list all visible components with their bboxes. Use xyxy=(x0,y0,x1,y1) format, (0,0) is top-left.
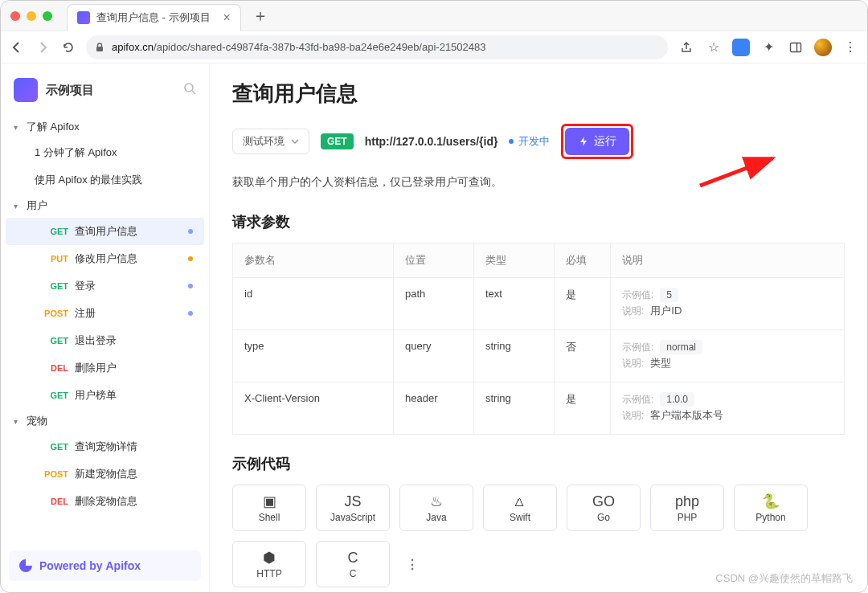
lang-icon: php xyxy=(675,493,699,510)
lang-icon: ♨ xyxy=(430,493,443,510)
api-item[interactable]: DEL删除用户 xyxy=(6,354,204,382)
forward-button[interactable] xyxy=(35,39,51,55)
url-path: /apidoc/shared-c49874fa-387b-43fd-ba98-b… xyxy=(154,41,485,53)
tree-folder[interactable]: ▾用户 xyxy=(1,194,209,218)
method-tag: DEL xyxy=(41,363,68,373)
environment-label: 测试环境 xyxy=(243,134,285,149)
favicon-icon xyxy=(77,11,90,24)
bolt-icon xyxy=(578,136,589,147)
api-title: 查询用户信息 xyxy=(232,80,845,108)
browser-menu-icon[interactable]: ⋮ xyxy=(841,39,859,55)
code-tab-python[interactable]: 🐍Python xyxy=(734,485,808,531)
params-col: 说明 xyxy=(611,243,845,278)
method-tag: POST xyxy=(41,469,68,479)
code-tab-swift[interactable]: 🜂Swift xyxy=(483,485,557,531)
sample-code-heading: 示例代码 xyxy=(232,454,845,473)
api-description: 获取单个用户的个人资料信息，仅已登录用户可查询。 xyxy=(232,175,845,190)
param-row: idpathtext是示例值:5说明:用户ID xyxy=(233,278,845,330)
api-item[interactable]: POST新建宠物信息 xyxy=(6,460,204,488)
url-box[interactable]: apifox.cn/apidoc/shared-c49874fa-387b-43… xyxy=(86,35,668,59)
run-button-highlight: 运行 xyxy=(561,124,633,159)
tab-title: 查询用户信息 - 示例项目 xyxy=(96,10,211,25)
bookmark-icon[interactable]: ☆ xyxy=(705,39,723,55)
api-url: http://127.0.0.1/users/{id} xyxy=(365,135,498,148)
api-item[interactable]: POST注册 xyxy=(6,300,204,327)
params-col: 位置 xyxy=(394,243,474,278)
lang-icon: GO xyxy=(592,493,615,510)
extension-icon[interactable] xyxy=(732,39,750,56)
minimize-window-icon[interactable] xyxy=(27,11,36,21)
main-panel: 查询用户信息 测试环境 GET http://127.0.0.1/users/{… xyxy=(210,63,867,592)
code-tab-go[interactable]: GOGo xyxy=(567,485,641,531)
run-button[interactable]: 运行 xyxy=(565,128,629,155)
more-languages-button[interactable]: ⋮ xyxy=(399,557,425,572)
method-tag: DEL xyxy=(41,497,68,506)
item-status-dot xyxy=(188,229,193,234)
back-button[interactable] xyxy=(9,39,25,55)
lang-icon: 🐍 xyxy=(762,493,780,510)
address-bar: apifox.cn/apidoc/shared-c49874fa-387b-43… xyxy=(1,31,867,63)
caret-down-icon: ▾ xyxy=(14,202,22,211)
lock-icon xyxy=(94,42,105,53)
lang-icon: JS xyxy=(344,493,361,510)
api-item[interactable]: PUT修改用户信息 xyxy=(6,245,204,272)
svg-point-3 xyxy=(185,84,193,92)
param-row: X-Client-Versionheaderstring是示例值:1.0.0说明… xyxy=(233,382,845,435)
reload-button[interactable] xyxy=(60,39,76,55)
api-status: 开发中 xyxy=(509,134,550,149)
code-tab-c[interactable]: CC xyxy=(316,541,390,587)
params-heading: 请求参数 xyxy=(232,212,845,231)
api-item[interactable]: GET登录 xyxy=(6,272,204,300)
code-tab-java[interactable]: ♨Java xyxy=(399,485,473,531)
tree-folder[interactable]: ▾了解 Apifox xyxy=(1,115,209,139)
api-item[interactable]: GET查询宠物详情 xyxy=(6,433,204,460)
close-tab-icon[interactable]: × xyxy=(223,10,231,25)
tree-leaf[interactable]: 1 分钟了解 Apifox xyxy=(1,139,209,166)
lang-icon: ⬢ xyxy=(263,549,276,566)
powered-brand: Apifox xyxy=(105,559,141,572)
code-tab-shell[interactable]: ▣Shell xyxy=(232,485,306,531)
method-tag: GET xyxy=(41,336,68,346)
params-table: 参数名位置类型必填说明 idpathtext是示例值:5说明:用户IDtypeq… xyxy=(232,243,845,435)
api-item[interactable]: GET退出登录 xyxy=(6,327,204,354)
project-logo-icon xyxy=(14,78,38,102)
tree-folder[interactable]: ▾宠物 xyxy=(1,409,209,433)
project-title: 示例项目 xyxy=(46,83,175,98)
caret-down-icon: ▾ xyxy=(14,417,22,426)
params-col: 必填 xyxy=(555,243,611,278)
method-tag: GET xyxy=(41,227,68,236)
close-window-icon[interactable] xyxy=(10,11,20,21)
param-row: typequerystring否示例值:normal说明:类型 xyxy=(233,330,845,382)
api-info-row: 测试环境 GET http://127.0.0.1/users/{id} 开发中… xyxy=(232,124,845,159)
maximize-window-icon[interactable] xyxy=(43,11,52,21)
method-tag: GET xyxy=(41,281,68,291)
environment-select[interactable]: 测试环境 xyxy=(232,129,309,154)
window-titlebar: 查询用户信息 - 示例项目 × ＋ xyxy=(1,1,867,31)
status-dot-icon xyxy=(509,139,514,144)
extensions-puzzle-icon[interactable]: ✦ xyxy=(760,39,777,55)
method-badge: GET xyxy=(321,133,354,149)
side-panel-icon[interactable] xyxy=(787,41,805,54)
share-icon[interactable] xyxy=(678,41,695,54)
item-status-dot xyxy=(188,284,193,288)
run-label: 运行 xyxy=(594,134,616,149)
api-item[interactable]: GET查询用户信息 xyxy=(6,218,204,245)
search-icon[interactable] xyxy=(183,82,196,98)
item-status-dot xyxy=(188,256,193,261)
new-tab-button[interactable]: ＋ xyxy=(252,5,268,27)
profile-avatar[interactable] xyxy=(814,39,832,56)
powered-prefix: Powered by xyxy=(39,559,105,572)
lang-icon: ▣ xyxy=(263,493,276,510)
powered-by-footer[interactable]: Powered by Apifox xyxy=(9,550,201,581)
code-tab-javascript[interactable]: JSJavaScript xyxy=(316,485,390,531)
browser-tab[interactable]: 查询用户信息 - 示例项目 × xyxy=(67,4,241,31)
lang-icon: 🜂 xyxy=(513,493,527,510)
svg-rect-1 xyxy=(791,43,801,51)
params-col: 类型 xyxy=(474,243,555,278)
api-item[interactable]: DEL删除宠物信息 xyxy=(6,488,204,515)
api-item[interactable]: GET用户榜单 xyxy=(6,382,204,409)
tree-leaf[interactable]: 使用 Apifox 的最佳实践 xyxy=(1,166,209,194)
item-status-dot xyxy=(188,311,193,316)
code-tab-php[interactable]: phpPHP xyxy=(650,485,724,531)
code-tab-http[interactable]: ⬢HTTP xyxy=(232,541,306,587)
